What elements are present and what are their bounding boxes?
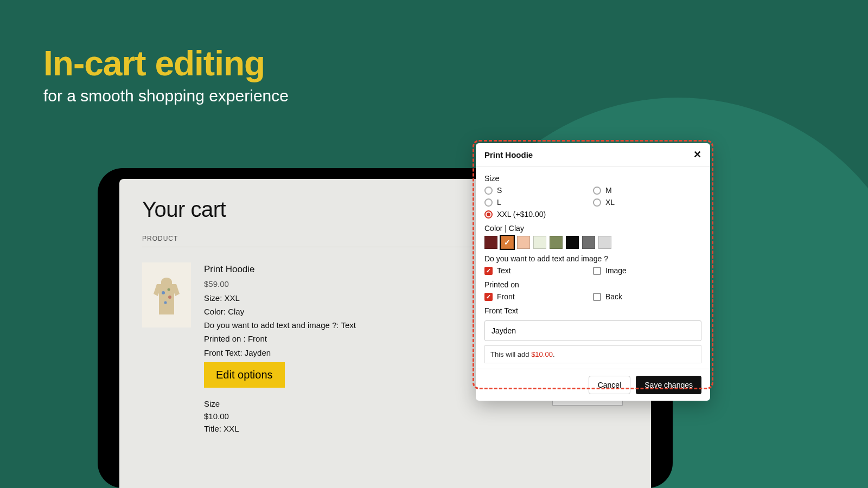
swatch-3[interactable] — [533, 236, 546, 249]
size-m[interactable]: M — [593, 186, 701, 195]
color-label: Color | Clay — [484, 224, 701, 233]
save-button[interactable]: Save changes — [636, 376, 701, 394]
size-label: Size — [484, 174, 701, 183]
hero-subtitle: for a smooth shopping experience — [43, 87, 289, 105]
opt-text[interactable]: Text — [484, 266, 593, 275]
svg-point-4 — [168, 288, 170, 291]
modal-footer: Cancel Save changes — [476, 369, 710, 401]
size-xxl[interactable]: XXL (+$10.00) — [484, 210, 593, 219]
hoodie-icon — [147, 269, 186, 321]
close-icon[interactable]: ✕ — [693, 150, 701, 159]
extra-price: $10.00 — [204, 410, 547, 422]
size-options: S M L XL XXL (+$10.00) — [484, 186, 701, 219]
size-s[interactable]: S — [484, 186, 593, 195]
size-xl[interactable]: XL — [593, 198, 701, 207]
extra-title-line: Title: XXL — [204, 422, 547, 435]
printed-label: Printed on — [484, 280, 701, 289]
opt-back[interactable]: Back — [593, 292, 701, 301]
opt-front[interactable]: Front — [484, 292, 593, 301]
col-product: PRODUCT — [142, 235, 178, 242]
front-text-label: Front Text — [484, 306, 701, 315]
modal-header: Print Hoodie ✕ — [476, 143, 710, 166]
addtext-q: Do you want to add text and image ? — [484, 254, 701, 263]
printed-options: Front Back — [484, 292, 701, 301]
edit-options-modal: Print Hoodie ✕ Size S M L XL XXL (+$10.0… — [476, 143, 710, 401]
surcharge-note: This will add $10.00. — [484, 345, 701, 363]
svg-point-1 — [162, 291, 165, 294]
swatch-7[interactable] — [598, 236, 611, 249]
opt-image[interactable]: Image — [593, 266, 701, 275]
color-swatches — [484, 236, 701, 249]
front-text-input[interactable] — [484, 320, 701, 341]
swatch-5[interactable] — [566, 236, 579, 249]
cancel-button[interactable]: Cancel — [589, 376, 631, 394]
swatch-4[interactable] — [550, 236, 563, 249]
swatch-2[interactable] — [517, 236, 530, 249]
svg-point-3 — [164, 301, 167, 304]
svg-point-2 — [168, 296, 171, 299]
edit-options-button[interactable]: Edit options — [204, 362, 285, 388]
hero-title: In-cart editing — [43, 43, 289, 84]
extra-line-item: Size $10.00 Title: XXL — [204, 397, 547, 435]
size-l[interactable]: L — [484, 198, 593, 207]
addtext-options: Text Image — [484, 266, 701, 275]
hero-block: In-cart editing for a smooth shopping ex… — [43, 43, 289, 105]
swatch-1[interactable] — [501, 236, 514, 249]
modal-title: Print Hoodie — [484, 150, 533, 159]
swatch-0[interactable] — [484, 236, 497, 249]
swatch-6[interactable] — [582, 236, 595, 249]
product-image — [142, 262, 191, 328]
